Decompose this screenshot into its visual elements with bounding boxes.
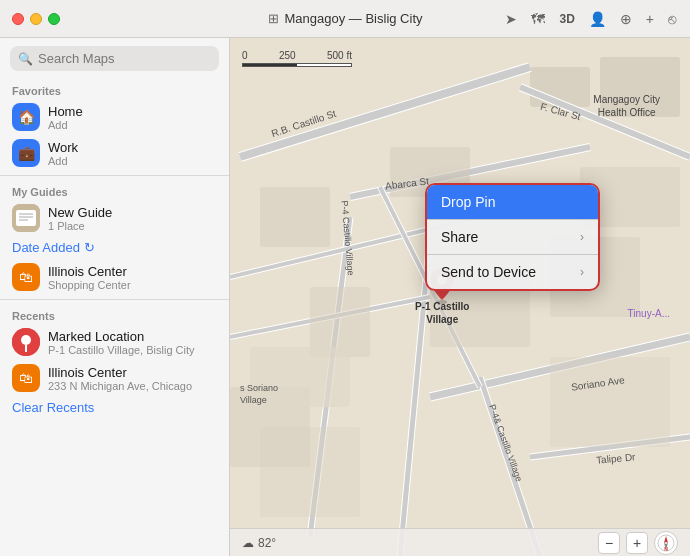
health-office-label: Mangagoy CityHealth Office xyxy=(593,93,660,119)
marked-location-sub: P-1 Castillo Village, Bislig City xyxy=(48,344,195,356)
illinois-center-recent-sub: 233 N Michigan Ave, Chicago xyxy=(48,380,192,392)
add-button[interactable]: + xyxy=(644,9,656,29)
search-icon: 🔍 xyxy=(18,52,33,66)
location-button[interactable]: ⊕ xyxy=(618,9,634,29)
illinois-center-guide-label: Illinois Center xyxy=(48,264,131,279)
scale-bar: 0 250 500 ft xyxy=(242,50,352,67)
share-item[interactable]: Share › xyxy=(427,220,598,254)
compass-button[interactable]: N xyxy=(654,531,678,555)
divider-1 xyxy=(0,175,229,176)
send-to-device-label: Send to Device xyxy=(441,264,536,280)
weather-info: ☁ 82° xyxy=(242,536,276,550)
map-view-button[interactable]: 🗺 xyxy=(529,9,547,29)
sidebar-item-new-guide[interactable]: New Guide 1 Place xyxy=(0,200,229,236)
home-label: Home xyxy=(48,104,83,119)
favorites-label: Favorites xyxy=(0,79,229,99)
svg-point-6 xyxy=(21,335,31,345)
scale-500: 500 ft xyxy=(327,50,352,61)
date-filter-text: Date Added ↻ xyxy=(12,240,95,255)
title-map-icon: ⊞ xyxy=(268,11,279,26)
send-chevron: › xyxy=(580,265,584,279)
clear-recents-button[interactable]: Clear Recents xyxy=(0,396,229,423)
home-icon: 🏠 xyxy=(12,103,40,131)
title-bar-actions: ➤ 🗺 3D 👤 ⊕ + ⎋ xyxy=(503,9,678,29)
context-menu: Drop Pin Share › Send to Device › xyxy=(425,183,600,291)
share-label: Share xyxy=(441,229,478,245)
user-button[interactable]: 👤 xyxy=(587,9,608,29)
svg-text:N: N xyxy=(664,546,668,552)
svg-rect-34 xyxy=(310,287,370,357)
scale-line xyxy=(242,63,352,67)
svg-rect-1 xyxy=(16,210,36,226)
search-bar[interactable]: 🔍 xyxy=(10,46,219,71)
svg-rect-40 xyxy=(260,427,360,517)
traffic-lights xyxy=(12,13,60,25)
minimize-button[interactable] xyxy=(30,13,42,25)
map-area[interactable]: 0 250 500 ft R.B. Castillo St Abarca St … xyxy=(230,38,690,556)
close-button[interactable] xyxy=(12,13,24,25)
marked-location-label: Marked Location xyxy=(48,329,195,344)
search-input[interactable] xyxy=(38,51,211,66)
illinois-center-guide-sub: Shopping Center xyxy=(48,279,131,291)
scale-0: 0 xyxy=(242,50,248,61)
home-sub: Add xyxy=(48,119,83,131)
svg-rect-32 xyxy=(260,187,330,247)
zoom-out-button[interactable]: − xyxy=(598,532,620,554)
map-bottom-bar: ☁ 82° − + N xyxy=(230,528,690,556)
share-button[interactable]: ⎋ xyxy=(666,9,678,29)
window-title: Mangagoy — Bislig City xyxy=(285,11,423,26)
title-bar: ⊞ Mangagoy — Bislig City ➤ 🗺 3D 👤 ⊕ + ⎋ xyxy=(0,0,690,38)
main-layout: 🔍 Favorites 🏠 Home Add 💼 Work Add My Gui… xyxy=(0,38,690,556)
fullscreen-button[interactable] xyxy=(48,13,60,25)
scale-numbers: 0 250 500 ft xyxy=(242,50,352,61)
recents-label: Recents xyxy=(0,304,229,324)
work-icon: 💼 xyxy=(12,139,40,167)
new-guide-sub: 1 Place xyxy=(48,220,112,232)
marked-location-icon xyxy=(12,328,40,356)
scale-250: 250 xyxy=(279,50,296,61)
my-guides-label: My Guides xyxy=(0,180,229,200)
3d-button[interactable]: 3D xyxy=(557,10,576,28)
weather-icon: ☁ xyxy=(242,536,254,550)
compass-svg: N xyxy=(657,534,675,552)
new-guide-label: New Guide xyxy=(48,205,112,220)
drop-pin-label: Drop Pin xyxy=(441,194,495,210)
illinois-center-recent-label: Illinois Center xyxy=(48,365,192,380)
share-chevron: › xyxy=(580,230,584,244)
sidebar-item-illinois-center-recent[interactable]: 🛍 Illinois Center 233 N Michigan Ave, Ch… xyxy=(0,360,229,396)
illinois-center-guide-icon: 🛍 xyxy=(12,263,40,291)
sidebar-item-work[interactable]: 💼 Work Add xyxy=(0,135,229,171)
sidebar-item-illinois-center-guide[interactable]: 🛍 Illinois Center Shopping Center xyxy=(0,259,229,295)
svg-rect-38 xyxy=(550,357,670,447)
sidebar-item-marked-location[interactable]: Marked Location P-1 Castillo Village, Bi… xyxy=(0,324,229,360)
sidebar: 🔍 Favorites 🏠 Home Add 💼 Work Add My Gui… xyxy=(0,38,230,556)
window-title-area: ⊞ Mangagoy — Bislig City xyxy=(268,11,423,26)
illinois-center-recent-icon: 🛍 xyxy=(12,364,40,392)
svg-rect-41 xyxy=(250,347,350,407)
pin-label: P-1 CastilloVillage xyxy=(415,300,469,326)
directions-button[interactable]: ➤ xyxy=(503,9,519,29)
guide-icon xyxy=(12,204,40,232)
divider-2 xyxy=(0,299,229,300)
date-filter[interactable]: Date Added ↻ xyxy=(0,236,229,259)
drop-pin-item[interactable]: Drop Pin xyxy=(427,185,598,219)
work-label: Work xyxy=(48,140,78,155)
sidebar-item-home[interactable]: 🏠 Home Add xyxy=(0,99,229,135)
send-to-device-item[interactable]: Send to Device › xyxy=(427,255,598,289)
zoom-in-button[interactable]: + xyxy=(626,532,648,554)
map-controls: − + N xyxy=(598,531,678,555)
work-sub: Add xyxy=(48,155,78,167)
weather-temp: 82° xyxy=(258,536,276,550)
